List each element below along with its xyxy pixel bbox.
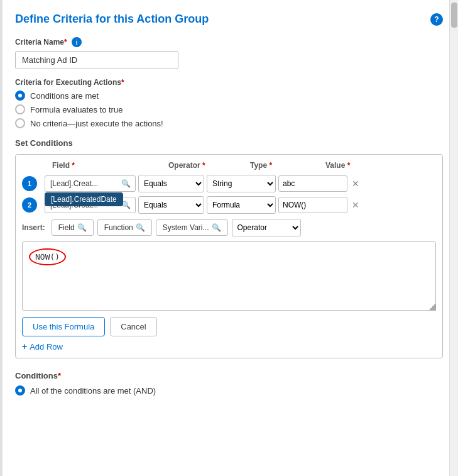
insert-field-label: Field	[58, 223, 75, 232]
search-icon: 🔍	[212, 223, 221, 232]
col-header-operator: Operator *	[168, 161, 250, 170]
operator-dropdown-insert[interactable]: Operator	[232, 219, 301, 236]
search-icon: 🔍	[121, 179, 130, 188]
formula-area: NOW()	[22, 241, 436, 311]
conditions-option-radio[interactable]	[15, 385, 25, 396]
insert-row: Insert: Field 🔍 Function 🔍 System Vari..…	[22, 219, 436, 236]
field-selector-1-text: [Lead].Creat...	[50, 179, 119, 188]
field-selector-2[interactable]: [Lead].Creat... 🔍	[45, 197, 136, 213]
set-conditions-label: Set Conditions	[15, 138, 443, 148]
use-formula-button[interactable]: Use this Formula	[22, 317, 105, 336]
conditions-title: Conditions*	[15, 371, 443, 380]
criteria-name-label: Criteria Name* i	[15, 37, 443, 47]
search-icon: 🔍	[121, 201, 130, 209]
remove-row-2[interactable]: ✕	[350, 199, 361, 211]
criteria-execution-label: Criteria for Executing Actions*	[15, 78, 443, 87]
formula-content[interactable]: NOW()	[22, 241, 436, 311]
conditions-option: All of the conditions are met (AND)	[15, 385, 443, 396]
radio-formula[interactable]: Formula evaluates to true	[15, 104, 443, 114]
criteria-execution-section: Criteria for Executing Actions* Conditio…	[15, 78, 443, 128]
insert-system-var-button[interactable]: System Vari... 🔍	[156, 219, 228, 236]
radio-formula-label: Formula evaluates to true	[30, 105, 123, 114]
type-select-2[interactable]: Formula	[207, 196, 276, 214]
row-num-2: 2	[22, 197, 37, 213]
main-panel: Define Criteria for this Action Group ? …	[0, 0, 458, 476]
radio-conditions-circle	[15, 91, 25, 101]
col-header-field: Field *	[52, 161, 168, 170]
field-selector-1[interactable]: [Lead].Creat... 🔍	[45, 175, 136, 192]
conditions-section: Conditions* All of the conditions are me…	[15, 371, 443, 396]
insert-label: Insert:	[22, 223, 45, 232]
conditions-option-label: All of the conditions are met (AND)	[30, 386, 156, 396]
col-header-value: Value *	[325, 161, 401, 170]
set-conditions-box: Field * Operator * Type * Value * 1 [Lea…	[15, 154, 443, 358]
radio-no-criteria[interactable]: No criteria—just execute the actions!	[15, 118, 443, 128]
radio-no-criteria-circle	[15, 118, 25, 128]
search-icon: 🔍	[77, 223, 87, 232]
add-row-plus-icon: +	[22, 341, 27, 351]
criteria-name-info-icon[interactable]: i	[72, 37, 82, 47]
add-row-label: Add Row	[30, 342, 63, 351]
radio-formula-circle	[15, 104, 25, 114]
search-icon: 🔍	[136, 223, 145, 232]
insert-function-button[interactable]: Function 🔍	[97, 219, 152, 236]
remove-row-1[interactable]: ✕	[350, 178, 361, 189]
cancel-button[interactable]: Cancel	[110, 317, 156, 336]
row-num-1: 1	[22, 176, 37, 191]
insert-system-var-label: System Vari...	[163, 223, 209, 232]
col-header-type: Type *	[250, 161, 325, 170]
operator-select-2[interactable]: Equals	[138, 196, 204, 214]
page-title-row: Define Criteria for this Action Group ?	[15, 13, 443, 26]
add-row-link[interactable]: + Add Row	[22, 341, 436, 351]
value-input-2[interactable]: NOW()	[278, 197, 347, 213]
conditions-header: Field * Operator * Type * Value *	[22, 161, 436, 170]
scrollbar[interactable]	[449, 0, 458, 476]
field-selector-2-text: [Lead].Creat...	[50, 201, 119, 209]
radio-conditions-label: Conditions are met	[30, 91, 99, 101]
help-icon[interactable]: ?	[430, 13, 443, 26]
page-title: Define Criteria for this Action Group	[15, 13, 209, 26]
operator-select-1[interactable]: Equals	[138, 175, 204, 192]
insert-function-label: Function	[104, 223, 133, 232]
formula-now: NOW()	[29, 248, 66, 265]
value-input-1[interactable]: abc	[278, 175, 347, 192]
insert-field-button[interactable]: Field 🔍	[52, 219, 94, 236]
formula-btn-row: Use this Formula Cancel	[22, 317, 436, 336]
radio-no-criteria-label: No criteria—just execute the actions!	[30, 119, 163, 128]
radio-conditions[interactable]: Conditions are met	[15, 91, 443, 101]
resize-handle[interactable]	[428, 303, 436, 311]
scrollbar-thumb	[451, 3, 457, 28]
criteria-name-section: Criteria Name* i Matching Ad ID	[15, 37, 443, 69]
criteria-name-input[interactable]: Matching Ad ID	[15, 51, 178, 69]
criteria-execution-options: Conditions are met Formula evaluates to …	[15, 91, 443, 128]
type-select-1[interactable]: String	[207, 175, 276, 192]
table-row: 1 [Lead].CreatedDate [Lead].Creat... 🔍 E…	[22, 175, 436, 192]
table-row: 2 [Lead].Creat... 🔍 Equals Formula NOW()…	[22, 196, 436, 214]
